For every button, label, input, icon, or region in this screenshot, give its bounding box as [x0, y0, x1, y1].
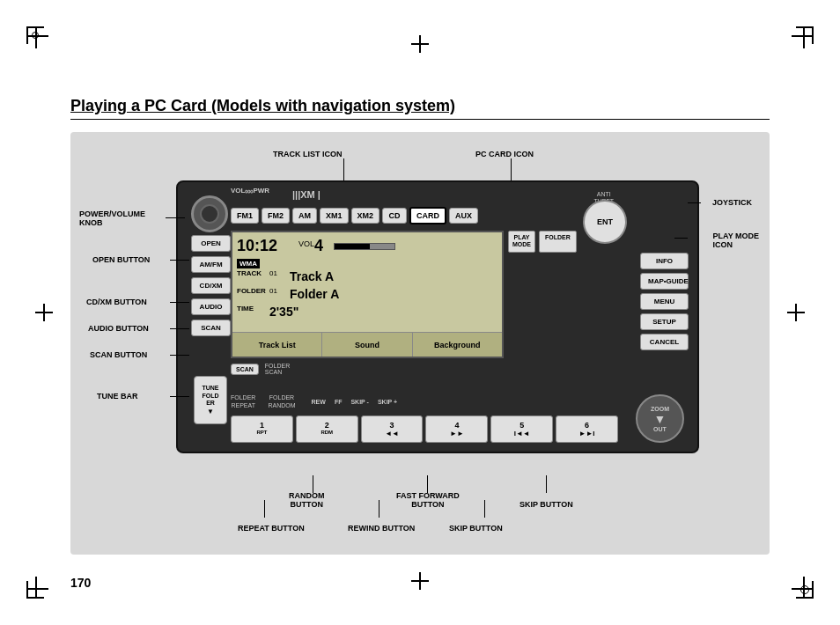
scan-small-button[interactable]: SCAN [231, 364, 259, 375]
crosshair-right [787, 304, 805, 321]
left-buttons-group: OPEN AM/FM CD/XM AUDIO SCAN [191, 235, 231, 336]
page-title: Playing a PC Card (Models with navigatio… [70, 97, 770, 115]
fm1-button[interactable]: FM1 [231, 208, 259, 224]
cdxm-button-label: CD/XM BUTTON [86, 298, 147, 306]
skip-left-arrow-line [484, 500, 485, 518]
corner-mark-br [787, 572, 814, 599]
cdxm-button[interactable]: CD/XM [191, 277, 231, 294]
track-name: Track A [290, 269, 334, 283]
crosshair-bottom [411, 572, 429, 590]
playback-controls-row: FOLDERREPEAT FOLDERRANDOM REW FF SKIP - … [231, 394, 627, 409]
scan-button-label: SCAN BUTTON [90, 350, 147, 359]
play-mode-button[interactable]: PLAYMODE [508, 231, 535, 253]
audio-button[interactable]: AUDIO [191, 298, 231, 315]
zoom-button[interactable]: ZOOM ▼ OUT [636, 394, 684, 443]
rewind-arrow-line [379, 500, 379, 518]
folder-number: 01 [269, 287, 277, 295]
folder-label: FOLDER [237, 287, 266, 295]
zoom-label: ZOOM [651, 406, 669, 412]
background-button[interactable]: Background [413, 333, 502, 357]
cdxm-button-line [170, 302, 189, 303]
button-4ff[interactable]: 4►► [425, 415, 488, 443]
play-mode-icon-line [674, 238, 688, 239]
scan-button[interactable]: SCAN [191, 320, 231, 336]
map-guide-button[interactable]: MAP•GUIDE [640, 273, 689, 290]
display-bottom-buttons: Track List Sound Background [232, 332, 502, 357]
repeat-button-label: REPEAT BUTTON [238, 524, 305, 533]
aux-button[interactable]: AUX [449, 208, 478, 224]
button-3rew[interactable]: 3◄◄ [361, 415, 424, 443]
ent-joystick-button[interactable]: ENT [583, 200, 627, 244]
skip-button-right-label: SKIP BUTTON [519, 500, 573, 509]
radio-unit: VOL₀₀₀PWR |||XM | ANTI THEFT FM1 FM2 AM … [176, 180, 699, 453]
power-volume-line [166, 217, 185, 218]
time-value: 2'35" [269, 305, 298, 319]
display-screen: 10:12 VOL 4 WMA TRACK 01 Track A FOLDER … [231, 231, 504, 358]
cancel-button[interactable]: CANCEL [640, 334, 689, 350]
random-arrow-line [313, 475, 313, 493]
track-list-icon-label: TRACK LIST ICON [273, 150, 343, 158]
rewind-button-label: REWIND BUTTON [348, 524, 415, 533]
play-folder-buttons: PLAYMODE FOLDER [508, 231, 577, 253]
display-track-number: 4 [314, 237, 323, 255]
tune-bar-label: TUNE BAR [97, 392, 138, 401]
xm2-button[interactable]: XM2 [351, 208, 380, 224]
skip-minus-label: SKIP - [350, 399, 369, 405]
title-underline [70, 119, 770, 120]
corner-mark-tr [787, 26, 814, 53]
audio-button-line [170, 328, 189, 329]
repeat-arrow-line [264, 500, 265, 518]
cd-button[interactable]: CD [382, 208, 407, 224]
skip-right-arrow-line [546, 475, 547, 493]
button-1rpt[interactable]: 1RPT [231, 415, 293, 443]
joystick-label: JOYSTICK [712, 198, 752, 207]
play-mode-icon-label: PLAY MODE ICON [712, 232, 759, 249]
page-title-area: Playing a PC Card (Models with navigatio… [70, 97, 770, 115]
menu-button[interactable]: MENU [640, 293, 689, 310]
card-button[interactable]: CARD [409, 207, 446, 224]
display-time: 10:12 [237, 237, 277, 255]
setup-button[interactable]: SETUP [640, 313, 689, 330]
track-number: 01 [269, 269, 277, 277]
button-2rdm[interactable]: 2RDM [296, 415, 358, 443]
scan-button-line [170, 355, 189, 356]
crosshair-left [35, 304, 53, 321]
button-5skipback[interactable]: 5I◄◄ [490, 415, 553, 443]
volume-bar [334, 243, 395, 250]
vol-pwr-label: VOL₀₀₀PWR [231, 187, 269, 195]
wma-badge: WMA [237, 259, 260, 268]
corner-mark-bl [26, 572, 53, 599]
tune-bar-line [170, 396, 189, 397]
tune-folder-button[interactable]: TUNEFOLDER ▼ [194, 376, 227, 424]
xm-display: |||XM | [292, 189, 321, 200]
right-buttons-group: INFO MAP•GUIDE MENU SETUP CANCEL [640, 253, 689, 350]
am-button[interactable]: AM [292, 208, 317, 224]
random-button-label: RANDOM BUTTON [289, 491, 325, 509]
bottom-preset-buttons: 1RPT 2RDM 3◄◄ 4►► 5I◄◄ 6►►I [231, 415, 618, 443]
ff-label: FF [335, 399, 343, 405]
corner-mark-tl [26, 26, 53, 53]
track-list-icon-line [343, 158, 344, 180]
audio-button-label: AUDIO BUTTON [88, 324, 149, 333]
track-list-button[interactable]: Track List [232, 333, 322, 357]
button-6skipfwd[interactable]: 6►►I [556, 415, 618, 443]
folder-random-label: FOLDERRANDOM [268, 394, 295, 409]
time-label: TIME [237, 305, 254, 312]
xm1-button[interactable]: XM1 [320, 208, 349, 224]
volume-knob[interactable] [191, 195, 228, 232]
open-button[interactable]: OPEN [191, 235, 231, 252]
fast-forward-button-label: FAST FORWARD BUTTON [396, 491, 460, 509]
diagram-container: VOL₀₀₀PWR |||XM | ANTI THEFT FM1 FM2 AM … [70, 132, 770, 555]
page-number: 170 [70, 576, 91, 590]
fm2-button[interactable]: FM2 [262, 208, 290, 224]
info-button[interactable]: INFO [640, 253, 689, 269]
open-button-label: OPEN BUTTON [92, 255, 150, 264]
display-vol-label: VOL [298, 239, 314, 248]
amfm-button[interactable]: AM/FM [191, 256, 231, 273]
folder-button[interactable]: FOLDER [539, 231, 577, 253]
folder-name: Folder A [290, 287, 339, 301]
ff-arrow-line [427, 475, 428, 493]
folder-scan-label: FOLDERSCAN [265, 363, 290, 375]
sound-button[interactable]: Sound [322, 333, 412, 357]
source-buttons-row: FM1 FM2 AM XM1 XM2 CD CARD AUX [231, 207, 478, 224]
